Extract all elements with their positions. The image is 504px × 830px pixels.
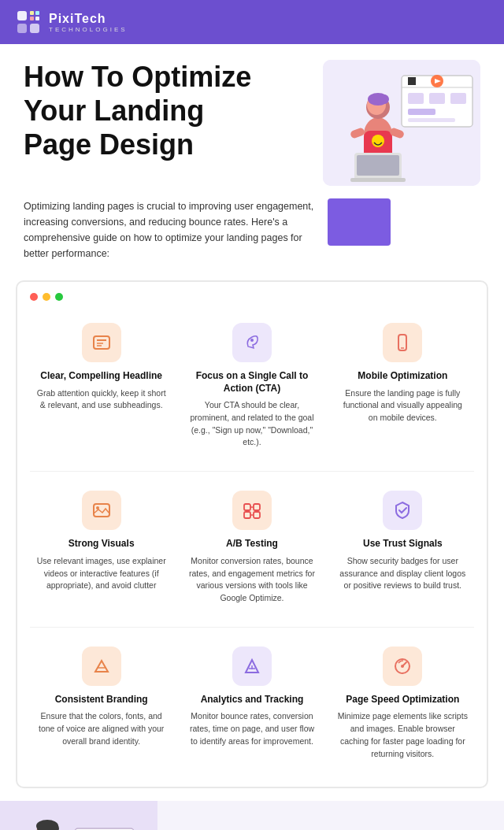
speed-title: Page Speed Optimization bbox=[346, 694, 459, 706]
visuals-title: Strong Visuals bbox=[69, 538, 135, 550]
branding-icon bbox=[82, 647, 121, 686]
mobile-icon bbox=[383, 323, 422, 362]
svg-rect-62 bbox=[37, 823, 59, 830]
logo-text: PixiTech TECHNOLOGIES bbox=[49, 12, 128, 33]
headline-desc: Grab attention quickly, keep it short & … bbox=[36, 387, 166, 413]
abtesting-svg bbox=[242, 500, 262, 521]
tip-visuals: Strong Visuals Use relevant images, use … bbox=[30, 483, 172, 616]
abtesting-desc: Monitor conversion rates, bounce rates, … bbox=[187, 555, 317, 605]
footer-image bbox=[0, 801, 158, 830]
tips-grid: Clear, Compelling Headline Grab attentio… bbox=[30, 315, 474, 771]
visuals-svg bbox=[91, 500, 112, 521]
dot-yellow bbox=[43, 293, 50, 301]
hero-text: How To Optimize Your Landing Page Design bbox=[24, 60, 276, 162]
headline-title: Clear, Compelling Headline bbox=[40, 370, 162, 383]
svg-rect-6 bbox=[30, 24, 39, 33]
abtesting-title: A/B Testing bbox=[226, 538, 278, 550]
branding-title: Consistent Branding bbox=[55, 694, 148, 706]
trust-svg bbox=[392, 500, 413, 521]
svg-rect-28 bbox=[357, 155, 399, 176]
logo-icon bbox=[16, 9, 41, 35]
svg-rect-50 bbox=[0, 801, 158, 830]
svg-rect-2 bbox=[35, 11, 39, 15]
svg-rect-3 bbox=[30, 17, 34, 20]
brand-name: PixiTech bbox=[49, 12, 128, 26]
abtesting-icon bbox=[232, 491, 272, 530]
footer-illustration bbox=[0, 801, 158, 830]
brand-sub: TECHNOLOGIES bbox=[49, 26, 128, 33]
description-section: Optimizing landing pages is crucial to i… bbox=[0, 186, 504, 274]
svg-point-38 bbox=[96, 506, 99, 509]
visuals-desc: Use relevant images, use explainer video… bbox=[36, 555, 166, 592]
svg-point-34 bbox=[250, 339, 254, 342]
svg-rect-30 bbox=[94, 336, 109, 349]
svg-rect-22 bbox=[369, 94, 389, 104]
svg-rect-13 bbox=[408, 109, 435, 115]
tip-analytics: Analytics and Tracking Monitor bounce ra… bbox=[180, 639, 323, 772]
hero-illustration bbox=[323, 60, 480, 186]
trust-title: Use Trust Signals bbox=[363, 538, 443, 550]
svg-rect-17 bbox=[408, 77, 416, 85]
cta-desc: Your CTA should be clear, prominent, and… bbox=[187, 399, 317, 449]
svg-rect-4 bbox=[35, 17, 39, 20]
analytics-icon bbox=[232, 647, 272, 686]
row-divider-2 bbox=[30, 627, 474, 628]
tip-abtesting: A/B Testing Monitor conversion rates, bo… bbox=[180, 483, 323, 616]
header: PixiTech TECHNOLOGIES bbox=[0, 0, 504, 44]
visuals-icon bbox=[82, 491, 121, 530]
headline-svg bbox=[91, 332, 112, 353]
footer-text: By focusing on these core areas, you can… bbox=[158, 801, 504, 830]
svg-point-49 bbox=[401, 665, 404, 668]
hero-image bbox=[323, 60, 480, 186]
svg-rect-41 bbox=[244, 512, 250, 518]
svg-rect-40 bbox=[254, 504, 260, 510]
branding-desc: Ensure that the colors, fonts, and tone … bbox=[36, 710, 166, 747]
tip-branding: Consistent Branding Ensure that the colo… bbox=[30, 639, 172, 772]
analytics-svg bbox=[242, 656, 262, 676]
trust-desc: Show security badges for user assurance … bbox=[338, 555, 468, 592]
svg-rect-29 bbox=[350, 178, 406, 182]
row-divider-1 bbox=[30, 471, 474, 472]
svg-rect-42 bbox=[254, 512, 260, 518]
svg-rect-5 bbox=[17, 24, 27, 33]
svg-rect-39 bbox=[244, 504, 250, 510]
hero-section: How To Optimize Your Landing Page Design bbox=[0, 44, 504, 186]
dot-green bbox=[55, 293, 63, 301]
speed-icon bbox=[383, 647, 422, 686]
dot-red bbox=[30, 293, 38, 301]
cta-icon bbox=[232, 323, 272, 362]
analytics-desc: Monitor bounce rates, conversion rates, … bbox=[187, 710, 317, 747]
mobile-svg bbox=[392, 332, 413, 353]
speed-svg bbox=[392, 656, 413, 676]
cta-svg bbox=[242, 332, 262, 353]
browser-dots bbox=[30, 293, 474, 301]
hero-title: How To Optimize Your Landing Page Design bbox=[24, 60, 276, 162]
mobile-title: Mobile Optimization bbox=[358, 370, 447, 383]
cta-title: Focus on a Single Call to Action (CTA) bbox=[187, 370, 317, 395]
description-text: Optimizing landing pages is crucial to i… bbox=[24, 198, 315, 261]
trust-icon bbox=[383, 491, 422, 530]
tip-speed: Page Speed Optimization Minimize page el… bbox=[332, 639, 474, 772]
tip-headline: Clear, Compelling Headline Grab attentio… bbox=[30, 315, 172, 460]
analytics-title: Analytics and Tracking bbox=[201, 694, 304, 706]
svg-rect-14 bbox=[408, 118, 455, 122]
svg-rect-10 bbox=[408, 93, 424, 104]
tip-trust: Use Trust Signals Show security badges f… bbox=[332, 483, 474, 616]
browser-mockup: Clear, Compelling Headline Grab attentio… bbox=[16, 280, 488, 788]
svg-rect-1 bbox=[30, 11, 34, 15]
mobile-desc: Ensure the landing page is fully functio… bbox=[338, 387, 468, 424]
footer-section: By focusing on these core areas, you can… bbox=[0, 801, 504, 830]
speed-desc: Minimize page elements like scripts and … bbox=[338, 710, 468, 760]
headline-icon bbox=[82, 323, 121, 362]
branding-svg bbox=[91, 656, 112, 676]
svg-rect-0 bbox=[17, 11, 27, 20]
desc-accent-block bbox=[328, 198, 391, 246]
svg-rect-11 bbox=[429, 93, 445, 104]
svg-rect-12 bbox=[450, 93, 466, 104]
tip-mobile: Mobile Optimization Ensure the landing p… bbox=[332, 315, 474, 460]
tip-cta: Focus on a Single Call to Action (CTA) Y… bbox=[180, 315, 323, 460]
